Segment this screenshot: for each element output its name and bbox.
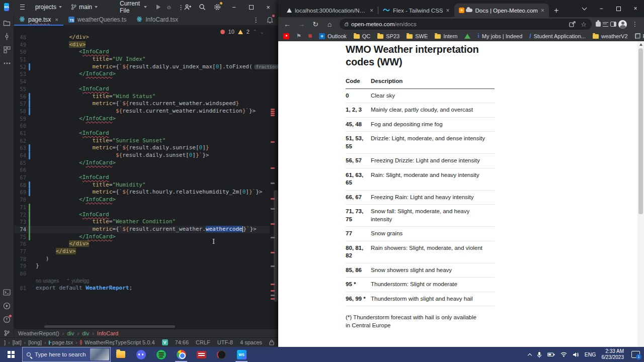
close-tab-icon[interactable]: × — [541, 7, 544, 14]
indent-setting[interactable]: 4 spaces — [240, 339, 262, 345]
more-actions-icon[interactable]: ⋮ — [178, 4, 184, 11]
editor-tab-InfoCard.tsx[interactable]: InfoCard.tsx — [131, 14, 183, 25]
browser-menu-icon[interactable]: ⋮ — [629, 21, 641, 28]
branch-selector[interactable]: main — [71, 4, 98, 11]
problems-tool-icon[interactable] — [3, 315, 12, 324]
breadcrumb-item[interactable]: div — [82, 330, 89, 336]
bookmark-SWE[interactable]: SWE — [407, 33, 428, 39]
error-stripe-mark[interactable] — [271, 141, 275, 143]
home-button[interactable]: ⌂ — [324, 20, 336, 28]
typescript-version[interactable]: TypeScript 5.0.4 — [115, 339, 155, 345]
path-segment[interactable]: ] — [4, 339, 6, 345]
terminal-tool-icon[interactable] — [3, 288, 12, 297]
error-stripe-mark[interactable] — [271, 167, 275, 169]
path-segment[interactable]: WeatherReport() — [85, 339, 115, 345]
editor-tab-page.tsx[interactable]: page.tsx× — [14, 14, 63, 25]
bookmark-Student Application...[interactable]: /Student Application... — [529, 33, 586, 40]
extensions-icon[interactable] — [596, 22, 601, 27]
project-tool-icon[interactable] — [3, 18, 12, 27]
error-stripe-mark[interactable] — [271, 109, 275, 110]
taskbar-search-input[interactable]: Type here to search — [22, 347, 111, 362]
start-button[interactable] — [0, 347, 22, 362]
search-highlight-image[interactable] — [90, 348, 109, 360]
code-with-me-icon[interactable] — [184, 4, 192, 11]
bookmark-weatherV2[interactable]: weatherV2 — [593, 33, 628, 39]
microphone-icon[interactable] — [537, 351, 542, 358]
bookmark-Outlook[interactable]: oOutlook — [319, 33, 347, 39]
bookmark-My jobs | Indeed[interactable]: iMy jobs | Indeed — [477, 32, 522, 40]
clock[interactable]: 2:33 AM 6/23/2023 — [602, 348, 624, 360]
vertical-scrollbar[interactable] — [274, 190, 278, 302]
maximize-button[interactable] — [610, 0, 627, 17]
tray-expand-icon[interactable] — [527, 353, 531, 357]
git-tool-icon[interactable] — [3, 328, 12, 337]
taskbar-app-voice[interactable] — [191, 347, 211, 362]
minimize-button[interactable]: − — [593, 0, 610, 17]
code-lens[interactable]: no usages⌃ yubelgg — [14, 278, 270, 285]
bookmark-drive[interactable] — [464, 34, 470, 39]
taskbar-app-ws[interactable]: WS — [231, 347, 252, 362]
close-button[interactable]: × — [627, 0, 644, 17]
run-config-selector[interactable]: Current File — [120, 0, 147, 14]
caret-position[interactable]: 74:66 — [175, 339, 189, 345]
notifications-bell-icon[interactable] — [265, 15, 274, 24]
reload-button[interactable]: ↻ — [309, 20, 321, 28]
status-file-path[interactable]: ]›[lat]›[long]›page.tsx›!WeatherReport() — [4, 339, 115, 345]
breadcrumb-item[interactable]: WeatherReport() — [18, 330, 59, 336]
taskbar-app-dark[interactable] — [211, 347, 231, 362]
commit-tool-icon[interactable] — [3, 32, 12, 41]
page-scrollbar[interactable] — [637, 41, 644, 347]
breadcrumb[interactable]: WeatherReport()›div›div›InfoCard — [14, 329, 278, 337]
language-indicator[interactable]: ENG — [585, 351, 596, 357]
error-stripe-mark[interactable] — [271, 113, 275, 114]
lock-icon[interactable] — [269, 339, 274, 345]
close-button[interactable]: × — [263, 4, 273, 11]
forward-button[interactable]: → — [295, 20, 307, 28]
close-tab-icon[interactable]: × — [370, 7, 373, 14]
share-icon[interactable] — [569, 21, 576, 27]
bookmark-star-icon[interactable]: ☆ — [581, 21, 587, 28]
action-center-icon[interactable]: 1 — [631, 351, 640, 358]
code-editor[interactable]: 10 2 ⌃ ⌃ 48 </div>49 <div>50 <InfoCard51… — [14, 26, 278, 329]
breadcrumb-item[interactable]: InfoCard — [97, 330, 118, 336]
bookmark-Intern[interactable]: Intern — [435, 33, 457, 39]
settings-gear-icon[interactable] — [213, 3, 222, 12]
new-tab-button[interactable]: + — [554, 6, 558, 15]
breadcrumb-item[interactable]: div — [67, 330, 74, 336]
path-segment[interactable]: page.tsx — [52, 339, 73, 345]
profile-avatar[interactable] — [618, 20, 627, 29]
bookmark-Processing Times[interactable]: Processing Times — [635, 33, 644, 39]
run-tool-icon[interactable] — [3, 301, 12, 310]
taskbar-app-chrome[interactable] — [171, 347, 191, 362]
browser-tab-2[interactable]: Flex - Tailwind CSS× — [378, 4, 454, 17]
taskbar-app-explorer[interactable] — [111, 347, 131, 362]
taskbar-app-discord[interactable] — [131, 347, 151, 362]
project-selector[interactable]: projects — [35, 4, 62, 11]
bookmark-flag[interactable]: ⚑ — [296, 33, 301, 39]
side-panel-icon[interactable] — [610, 22, 616, 27]
secure-lock-icon[interactable] — [345, 24, 348, 26]
maximize-button[interactable] — [246, 4, 256, 11]
debug-button[interactable] — [167, 4, 172, 11]
bookmark-QC[interactable]: QC — [354, 33, 371, 39]
bookmark-dot[interactable] — [308, 34, 312, 38]
close-tab-icon[interactable]: × — [446, 7, 450, 14]
browser-tab-1[interactable]: localhost:3000/location/New Yo...× — [282, 4, 378, 17]
volume-icon[interactable] — [573, 352, 579, 357]
file-encoding[interactable]: UTF-8 — [217, 339, 233, 345]
tab-options-icon[interactable]: ⋮ — [253, 16, 259, 24]
close-tab-icon[interactable]: × — [55, 17, 58, 23]
minimize-button[interactable]: − — [229, 4, 239, 11]
main-menu-icon[interactable] — [20, 5, 25, 10]
address-bar[interactable]: open-meteo.com/en/docs ☆ — [340, 19, 592, 30]
path-segment[interactable]: [lat] — [13, 339, 22, 345]
more-tools-icon[interactable] — [3, 59, 12, 68]
path-segment[interactable]: [long] — [28, 339, 42, 345]
wifi-icon[interactable] — [560, 352, 567, 357]
battery-icon[interactable] — [547, 352, 555, 357]
bookmark-SP23[interactable]: SP23 — [377, 33, 399, 39]
stripe-mark[interactable] — [271, 183, 275, 184]
back-button[interactable]: ← — [281, 20, 293, 28]
editor-tab-weatherQueries.ts[interactable]: TSweatherQueries.ts — [63, 14, 131, 25]
scroll-up-arrow[interactable] — [639, 43, 642, 46]
